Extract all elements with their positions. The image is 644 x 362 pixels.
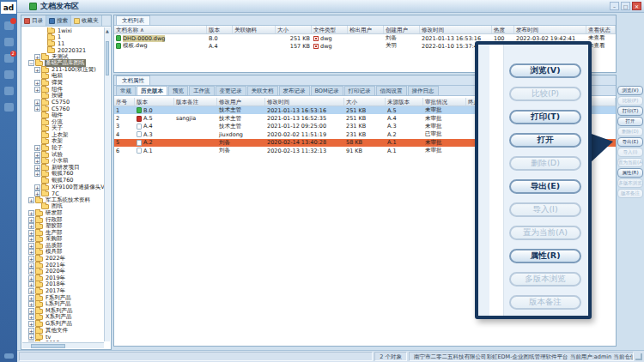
tree-expand-icon[interactable]: +: [34, 152, 40, 158]
column-header[interactable]: 来源版本: [386, 98, 423, 106]
column-header[interactable]: 版本: [207, 26, 233, 33]
tree-expand-icon[interactable]: +: [28, 217, 34, 223]
tree-expand-icon[interactable]: +: [34, 100, 40, 106]
props-tab-历史版本[interactable]: 历史版本: [137, 86, 167, 95]
tree-vertical-scrollbar[interactable]: ▲: [104, 27, 110, 341]
popup-action-button[interactable]: 导出(E): [509, 179, 581, 194]
props-tab-操作日志[interactable]: 操作日志: [408, 86, 439, 95]
tree-expand-icon[interactable]: +: [34, 184, 40, 190]
column-header[interactable]: 文档名称 ∧: [114, 26, 207, 33]
history-cell: 58 KB: [344, 139, 386, 146]
tree-expand-icon[interactable]: +: [28, 230, 34, 236]
tree-expand-icon[interactable]: +: [34, 165, 40, 171]
refresh-icon[interactable]: [4, 70, 14, 79]
column-header[interactable]: 大小: [276, 26, 312, 33]
tree-expand-icon[interactable]: +: [28, 334, 34, 340]
props-tab-关联文档[interactable]: 关联文档: [247, 86, 278, 95]
tree-expand-icon[interactable]: +: [28, 262, 34, 268]
action-button[interactable]: 导出(E): [617, 137, 643, 147]
resize-grip[interactable]: [635, 353, 642, 360]
popup-action-button[interactable]: 属性(R): [509, 249, 581, 263]
column-header[interactable]: 修改用户: [217, 98, 265, 106]
history-cell: 2020-02-13 11:32:13: [265, 148, 344, 154]
tree-expand-icon[interactable]: +: [28, 256, 34, 262]
popup-action-button[interactable]: 打开: [509, 133, 581, 148]
tree-expand-icon[interactable]: +: [28, 301, 34, 307]
tree-expand-icon[interactable]: +: [28, 243, 34, 249]
column-header[interactable]: 审批情况: [423, 98, 466, 106]
document-properties-tab[interactable]: 文档属性: [116, 75, 150, 85]
tree-expand-icon[interactable]: +: [34, 67, 40, 73]
tree-expand-icon[interactable]: +: [34, 171, 40, 177]
user-icon[interactable]: [4, 87, 14, 95]
props-tab-变更记录[interactable]: 变更记录: [216, 86, 246, 95]
sidebar-tab-search[interactable]: 搜索: [46, 15, 71, 26]
props-tab-工作流[interactable]: 工作流: [189, 86, 215, 95]
tree-expand-icon[interactable]: +: [34, 158, 40, 164]
tree-expand-icon[interactable]: +: [28, 223, 34, 229]
tree-expand-icon[interactable]: +: [28, 197, 34, 203]
column-header[interactable]: 查看状态: [586, 26, 616, 33]
tree-expand-icon[interactable]: +: [28, 236, 34, 242]
chart-icon[interactable]: 2: [4, 54, 14, 63]
sidebar-tab-catalog[interactable]: 目录: [21, 15, 46, 26]
column-header[interactable]: 检出用户: [348, 26, 384, 33]
tree-expand-icon[interactable]: +: [28, 341, 34, 341]
column-header[interactable]: 大小: [344, 98, 386, 106]
tree-expand-icon[interactable]: +: [28, 314, 34, 320]
action-button[interactable]: 打印(T): [617, 106, 643, 116]
props-tab-借阅设置[interactable]: 借阅设置: [376, 86, 407, 95]
tree-expand-icon[interactable]: +: [28, 249, 34, 255]
maximize-button[interactable]: □: [621, 2, 630, 10]
tree-expand-icon[interactable]: +: [28, 328, 34, 334]
tree-expand-icon[interactable]: +: [28, 295, 34, 301]
column-header[interactable]: 文件类型: [312, 26, 348, 33]
app-logo[interactable]: ad: [1, 2, 16, 14]
column-header[interactable]: 修改时间: [265, 98, 344, 106]
props-tab-打印记录[interactable]: 打印记录: [344, 86, 375, 95]
tree-expand-icon[interactable]: +: [34, 87, 40, 93]
column-header[interactable]: 关联物料: [233, 26, 276, 33]
column-header[interactable]: 发布时间: [514, 26, 586, 33]
tree-expand-icon[interactable]: +: [34, 145, 40, 151]
dock-collapse-icon[interactable]: [4, 353, 14, 359]
tree-expand-icon[interactable]: +: [28, 275, 34, 281]
tree-expand-icon[interactable]: +: [28, 268, 34, 275]
sidebar-tab-favorites[interactable]: 收藏夹: [71, 15, 102, 26]
popup-action-button[interactable]: 打印(T): [509, 110, 581, 124]
tree-item[interactable]: +3012: [22, 341, 104, 342]
props-tab-发布记录[interactable]: 发布记录: [279, 86, 310, 95]
tree-item[interactable]: +1wixi: [22, 27, 104, 34]
tree-horizontal-scrollbar[interactable]: [22, 342, 104, 348]
tree-expand-icon[interactable]: +: [34, 106, 40, 112]
chat-icon[interactable]: [4, 21, 14, 30]
tree-expand-icon[interactable]: +: [28, 281, 34, 287]
column-header[interactable]: 热度: [492, 26, 514, 33]
column-header[interactable]: 序号: [114, 98, 135, 106]
tree-expand-icon[interactable]: +: [34, 80, 40, 86]
tree-item[interactable]: +XF9100普通摄像头V2.0 图纸: [22, 184, 104, 190]
tree-expand-icon[interactable]: −: [28, 60, 34, 66]
catalog-icon: [24, 18, 30, 24]
close-button[interactable]: ✕: [632, 2, 641, 10]
action-button[interactable]: 打开: [617, 117, 643, 126]
folder-icon[interactable]: [4, 38, 14, 46]
history-cell: 231 KB: [344, 123, 386, 130]
column-header[interactable]: 修改时间: [420, 26, 492, 33]
tree-expand-icon[interactable]: +: [28, 288, 34, 294]
props-tab-BOM记录[interactable]: BOM记录: [311, 86, 343, 95]
action-button[interactable]: 浏览(V): [617, 86, 643, 95]
gear-icon[interactable]: [4, 103, 14, 112]
tree-expand-icon[interactable]: +: [28, 308, 34, 314]
column-header[interactable]: 版本: [135, 98, 174, 106]
column-header[interactable]: 创建用户: [384, 26, 420, 33]
document-list-tab[interactable]: 文档列表: [116, 15, 150, 25]
tree-expand-icon[interactable]: +: [28, 210, 34, 216]
action-button[interactable]: 属性(R): [617, 168, 643, 178]
popup-action-button[interactable]: 浏览(V): [509, 63, 581, 78]
minimize-button[interactable]: –: [610, 2, 619, 10]
props-tab-预览[interactable]: 预览: [168, 86, 188, 95]
tree-expand-icon[interactable]: +: [28, 321, 34, 327]
column-header[interactable]: 版本备注: [174, 98, 217, 106]
props-tab-常规[interactable]: 常规: [116, 86, 136, 95]
